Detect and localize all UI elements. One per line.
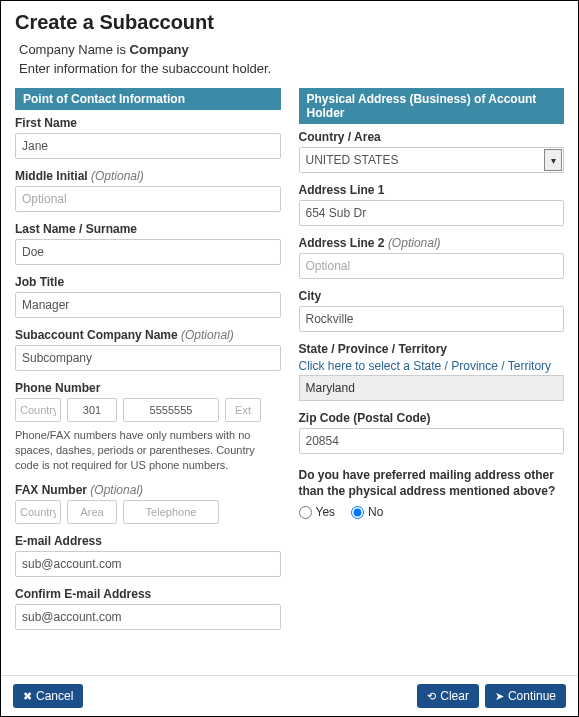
- continue-icon: ➤: [495, 691, 504, 702]
- city-label: City: [299, 289, 565, 303]
- address-section-header: Physical Address (Business) of Account H…: [299, 88, 565, 124]
- phone-label: Phone Number: [15, 381, 281, 395]
- fax-country-input[interactable]: [15, 500, 61, 524]
- mailing-no-label: No: [368, 505, 383, 519]
- cancel-label: Cancel: [36, 689, 73, 703]
- addr2-input[interactable]: [299, 253, 565, 279]
- middle-initial-input[interactable]: [15, 186, 281, 212]
- phone-area-input[interactable]: [67, 398, 117, 422]
- mailing-yes-radio[interactable]: [299, 506, 312, 519]
- addr2-optional: (Optional): [388, 236, 441, 250]
- mailing-no-radio[interactable]: [351, 506, 364, 519]
- mailing-yes-label: Yes: [316, 505, 336, 519]
- last-name-label: Last Name / Surname: [15, 222, 281, 236]
- first-name-label: First Name: [15, 116, 281, 130]
- poc-section-header: Point of Contact Information: [15, 88, 281, 110]
- sub-company-label: Subaccount Company Name (Optional): [15, 328, 281, 342]
- clear-icon: ⟲: [427, 691, 436, 702]
- confirm-email-label: Confirm E-mail Address: [15, 587, 281, 601]
- country-select[interactable]: [299, 147, 565, 173]
- sub-company-label-text: Subaccount Company Name: [15, 328, 181, 342]
- state-label: State / Province / Territory: [299, 342, 565, 356]
- city-input[interactable]: [299, 306, 565, 332]
- clear-label: Clear: [440, 689, 469, 703]
- cancel-button[interactable]: ✖ Cancel: [13, 684, 83, 708]
- mailing-no-option[interactable]: No: [351, 505, 383, 519]
- job-title-input[interactable]: [15, 292, 281, 318]
- addr1-label: Address Line 1: [299, 183, 565, 197]
- phone-tel-input[interactable]: [123, 398, 219, 422]
- fax-area-input[interactable]: [67, 500, 117, 524]
- zip-input[interactable]: [299, 428, 565, 454]
- continue-button[interactable]: ➤ Continue: [485, 684, 566, 708]
- middle-initial-label: Middle Initial (Optional): [15, 169, 281, 183]
- clear-button[interactable]: ⟲ Clear: [417, 684, 479, 708]
- mailing-yes-option[interactable]: Yes: [299, 505, 336, 519]
- phone-ext-input[interactable]: [225, 398, 261, 422]
- job-title-label: Job Title: [15, 275, 281, 289]
- footer-bar: ✖ Cancel ⟲ Clear ➤ Continue: [1, 675, 578, 716]
- continue-label: Continue: [508, 689, 556, 703]
- mailing-question: Do you have preferred mailing address ot…: [299, 468, 565, 499]
- fax-label: FAX Number (Optional): [15, 483, 281, 497]
- last-name-input[interactable]: [15, 239, 281, 265]
- intro-prefix: Company Name is: [19, 42, 130, 57]
- sub-company-optional: (Optional): [181, 328, 234, 342]
- state-select-link[interactable]: Click here to select a State / Province …: [299, 359, 565, 373]
- addr2-label: Address Line 2 (Optional): [299, 236, 565, 250]
- right-column: Physical Address (Business) of Account H…: [299, 88, 565, 640]
- first-name-input[interactable]: [15, 133, 281, 159]
- cancel-icon: ✖: [23, 691, 32, 702]
- phone-country-input[interactable]: [15, 398, 61, 422]
- country-label: Country / Area: [299, 130, 565, 144]
- email-label: E-mail Address: [15, 534, 281, 548]
- zip-label: Zip Code (Postal Code): [299, 411, 565, 425]
- sub-intro: Enter information for the subaccount hol…: [19, 61, 564, 76]
- page-title: Create a Subaccount: [15, 11, 564, 34]
- state-value-box: Maryland: [299, 375, 565, 401]
- middle-initial-label-text: Middle Initial: [15, 169, 91, 183]
- sub-company-input[interactable]: [15, 345, 281, 371]
- email-input[interactable]: [15, 551, 281, 577]
- fax-label-text: FAX Number: [15, 483, 90, 497]
- addr1-input[interactable]: [299, 200, 565, 226]
- fax-optional: (Optional): [90, 483, 143, 497]
- intro-line: Company Name is Company: [19, 42, 564, 57]
- company-name: Company: [130, 42, 189, 57]
- left-column: Point of Contact Information First Name …: [15, 88, 281, 640]
- confirm-email-input[interactable]: [15, 604, 281, 630]
- addr2-label-text: Address Line 2: [299, 236, 388, 250]
- phone-help-text: Phone/FAX numbers have only numbers with…: [15, 428, 281, 473]
- fax-tel-input[interactable]: [123, 500, 219, 524]
- middle-initial-optional: (Optional): [91, 169, 144, 183]
